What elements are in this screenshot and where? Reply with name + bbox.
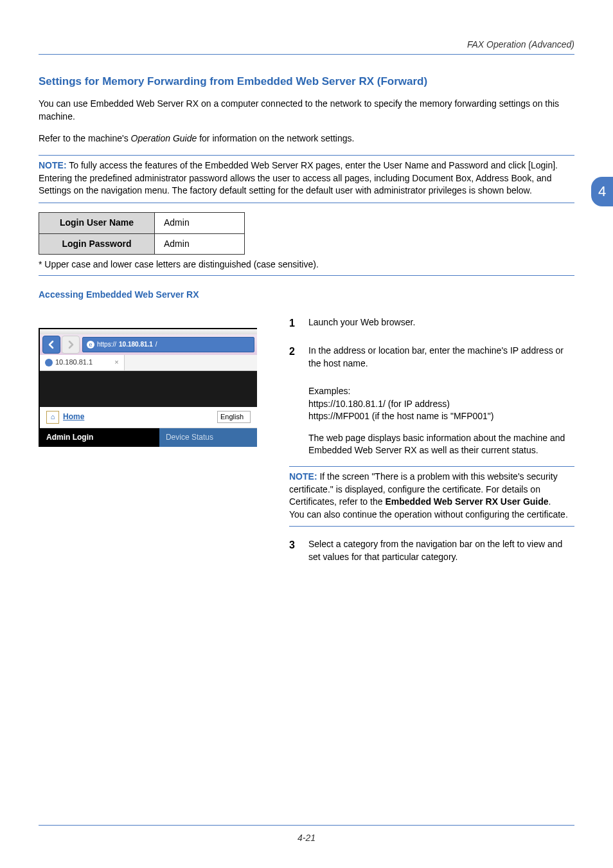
note-block-1: NOTE: To fully access the features of th… (39, 155, 574, 203)
example-2: https://MFP001 (if the host name is "MFP… (308, 410, 574, 423)
intro-para-2-pre: Refer to the machine's (39, 133, 131, 143)
arrow-right-icon (66, 340, 75, 349)
login-credentials-table: Login User Name Admin Login Password Adm… (39, 212, 245, 255)
browser-screenshot: e https://10.180.81.1/ 10.180.81.1 × ⌂ (39, 328, 257, 446)
table-row: Login Password Admin (39, 233, 245, 255)
tab-title: 10.180.81.1 (55, 357, 93, 367)
divider (39, 275, 574, 276)
browser-nav-row: e https://10.180.81.1/ (40, 334, 257, 355)
step-1-number: 1 (289, 316, 297, 336)
language-select[interactable]: English (217, 411, 251, 423)
page-number: 4-21 (39, 825, 574, 845)
admin-login-label[interactable]: Admin Login (40, 428, 159, 447)
intro-para-1: You can use Embedded Web Server RX on a … (39, 98, 574, 123)
tab-favicon-icon (45, 359, 53, 366)
browser-address-bar[interactable]: e https://10.180.81.1/ (82, 337, 254, 352)
examples-label: Examples: (308, 385, 574, 398)
intro-para-2: Refer to the machine's Operation Guide f… (39, 132, 574, 145)
step-2-para-2: The web page displays basic information … (308, 432, 574, 457)
case-sensitive-footnote: * Upper case and lower case letters are … (39, 258, 574, 271)
home-link[interactable]: Home (63, 411, 84, 422)
browser-forward-button[interactable] (62, 336, 80, 354)
home-icon: ⌂ (46, 411, 59, 424)
note-2-text-3: You can also continue the operation with… (289, 509, 574, 521)
browser-tab[interactable]: 10.180.81.1 × (40, 355, 125, 370)
running-head: FAX Operation (Advanced) (39, 39, 574, 55)
note-label: NOTE: (39, 160, 67, 170)
note-text-1: To fully access the features of the Embe… (39, 160, 558, 195)
tab-close-icon[interactable]: × (114, 357, 118, 367)
step-1-text: Launch your Web browser. (308, 316, 574, 329)
step-3-text: Select a category from the navigation ba… (308, 538, 574, 563)
table-row: Login User Name Admin (39, 212, 245, 233)
step-2-text: In the address or location bar, enter th… (308, 345, 574, 370)
example-1: https://10.180.81.1/ (for IP address) (308, 398, 574, 411)
note-label-2: NOTE: (289, 471, 317, 482)
login-password-label: Login Password (39, 233, 155, 255)
login-username-value: Admin (155, 212, 245, 233)
browser-back-button[interactable] (42, 336, 60, 354)
login-username-label: Login User Name (39, 212, 155, 233)
operation-guide-ref: Operation Guide (131, 133, 197, 143)
device-status-label: Device Status (159, 428, 257, 447)
home-row: ⌂ Home English (40, 407, 257, 428)
login-password-value: Admin (155, 233, 245, 255)
intro-para-2-post: for information on the network settings. (197, 133, 354, 143)
accessing-subheading: Accessing Embedded Web Server RX (39, 289, 574, 302)
arrow-left-icon (47, 340, 56, 349)
url-suffix: / (155, 340, 157, 349)
step-2-number: 2 (289, 345, 297, 376)
admin-row: Admin Login Device Status (40, 428, 257, 447)
section-title: Settings for Memory Forwarding from Embe… (39, 74, 574, 89)
browser-tab-row: 10.180.81.1 × (40, 355, 257, 370)
url-host: 10.180.81.1 (119, 340, 153, 349)
browser-content-dark (40, 371, 257, 407)
globe-icon: e (87, 341, 94, 348)
step-3-number: 3 (289, 538, 297, 570)
note-2-text-2: . (549, 496, 551, 507)
note-2-bold: Embedded Web Server RX User Guide (385, 496, 548, 507)
note-block-2: NOTE: If the screen "There is a problem … (289, 466, 574, 527)
chapter-tab: 4 (591, 177, 613, 206)
url-prefix: https:// (97, 340, 116, 349)
